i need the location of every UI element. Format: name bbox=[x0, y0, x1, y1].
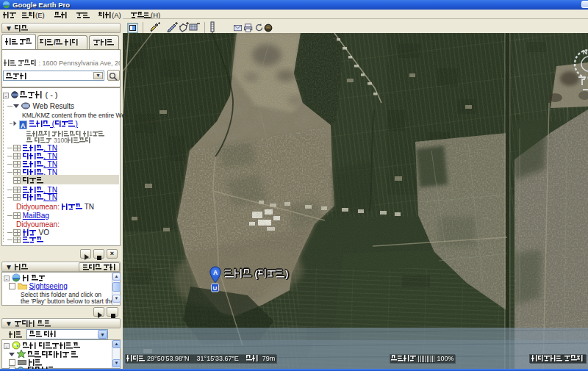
svg-text:A: A bbox=[213, 269, 218, 276]
svg-text:U: U bbox=[213, 285, 218, 292]
svg-text:N: N bbox=[583, 48, 587, 56]
